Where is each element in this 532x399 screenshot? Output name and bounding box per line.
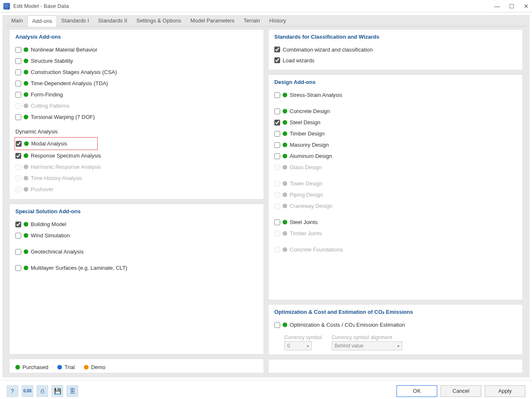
- checkbox-optimization[interactable]: [274, 322, 280, 328]
- select-value: 0: [287, 343, 290, 349]
- panel-design-addons: Design Add-ons Stress-Strain Analysis Co…: [268, 74, 523, 300]
- heading-standards: Standards for Classification and Wizards: [274, 34, 517, 40]
- addon-row: Construction Stages Analysis (CSA): [15, 66, 258, 78]
- footer: ? 0.00 ⎙ 💾 🗄 OK Cancel Apply: [0, 380, 532, 399]
- subheading-dynamic: Dynamic Analysis: [15, 128, 258, 135]
- help-button[interactable]: ?: [7, 385, 18, 397]
- dynamic-checkbox-4: [15, 187, 21, 192]
- addon-row: Masonry Design: [274, 139, 517, 150]
- status-dot: [283, 143, 287, 147]
- addon-label: Piping Design: [290, 192, 323, 198]
- status-dot: [283, 204, 287, 208]
- addon-row: Concrete Foundations: [274, 244, 517, 255]
- legend-label: Trial: [64, 364, 75, 370]
- addon-label: Steel Design: [290, 119, 320, 126]
- status-dot: [283, 93, 287, 97]
- addon-row: Torsional Warping (7 DOF): [15, 111, 258, 123]
- legend-label: Purchased: [22, 364, 48, 370]
- app-icon: [3, 3, 10, 10]
- analysis-checkbox-6[interactable]: [15, 114, 21, 120]
- dynamic-checkbox-0[interactable]: [16, 141, 22, 147]
- status-dot: [283, 120, 287, 125]
- tab-standards-ii[interactable]: Standards II: [94, 15, 132, 26]
- tab-model-parameters[interactable]: Model Parameters: [186, 15, 239, 26]
- apply-button[interactable]: Apply: [485, 385, 525, 397]
- addon-row: Cutting Patterns: [15, 100, 258, 111]
- addon-label: Time-Dependent Analysis (TDA): [31, 80, 108, 86]
- status-dot: [24, 103, 28, 108]
- status-dot: [283, 154, 287, 158]
- addon-row: Modal Analysis: [16, 138, 96, 149]
- ok-button[interactable]: OK: [397, 385, 437, 397]
- addon-label: Nonlinear Material Behavior: [31, 47, 97, 53]
- addon-label: Tower Design: [290, 180, 323, 187]
- standards-checkbox-1[interactable]: [274, 57, 280, 63]
- standards-row: Combination wizard and classification: [274, 44, 517, 55]
- addon-label: Multilayer Surfaces (e.g. Laminate, CLT): [31, 265, 127, 271]
- checkbox-stress-strain[interactable]: [274, 92, 280, 98]
- addon-label: Harmonic Response Analysis: [31, 164, 101, 170]
- design-tower-checkbox-2: [274, 203, 280, 209]
- tab-main[interactable]: Main: [7, 15, 27, 26]
- special-checkbox-0[interactable]: [15, 222, 21, 227]
- design-mat-checkbox-2[interactable]: [274, 131, 280, 137]
- panel-optimization: Optimization & Cost and Estimation of CO…: [268, 304, 523, 355]
- close-button[interactable]: ✕: [524, 3, 529, 10]
- checkbox-multilayer[interactable]: [15, 265, 21, 271]
- cancel-button[interactable]: Cancel: [441, 385, 481, 397]
- analysis-checkbox-2[interactable]: [15, 69, 21, 75]
- status-dot: [24, 222, 28, 227]
- units-button[interactable]: 0.00: [22, 385, 33, 397]
- design-mat-checkbox-4[interactable]: [274, 153, 280, 159]
- design-mat-checkbox-1[interactable]: [274, 120, 280, 126]
- status-dot: [283, 323, 287, 327]
- standards-checkbox-0[interactable]: [274, 47, 280, 52]
- save-button[interactable]: 💾: [52, 385, 63, 397]
- status-dot: [283, 165, 287, 170]
- analysis-checkbox-3[interactable]: [15, 81, 21, 86]
- tab-history[interactable]: History: [265, 15, 291, 26]
- analysis-checkbox-4[interactable]: [15, 92, 21, 98]
- checkbox-geotechnical[interactable]: [15, 249, 21, 255]
- design-mat-checkbox-0[interactable]: [274, 108, 280, 114]
- addon-label: Cutting Patterns: [31, 103, 69, 109]
- database-button[interactable]: 🗄: [66, 385, 78, 397]
- design-mat-checkbox-5: [274, 165, 280, 170]
- legend-dot-demo: [84, 365, 89, 369]
- analysis-checkbox-1[interactable]: [15, 58, 21, 64]
- addon-label: Stress-Strain Analysis: [290, 92, 342, 98]
- addon-label: Form-Finding: [31, 91, 63, 98]
- addon-label: Steel Joints: [290, 219, 318, 225]
- addon-row: Glass Design: [274, 162, 517, 173]
- tab-terrain[interactable]: Terrain: [239, 15, 265, 26]
- design-joint-checkbox-0[interactable]: [274, 219, 280, 225]
- special-checkbox-1[interactable]: [15, 233, 21, 239]
- addon-label: Structure Stability: [31, 58, 73, 64]
- tab-add-ons[interactable]: Add-ons: [27, 15, 57, 27]
- maximize-button[interactable]: ☐: [509, 3, 515, 10]
- design-mat-checkbox-3[interactable]: [274, 142, 280, 148]
- analysis-checkbox-0[interactable]: [15, 47, 21, 53]
- dynamic-checkbox-1[interactable]: [15, 153, 21, 159]
- status-dot: [283, 231, 287, 236]
- addon-label: Glass Design: [290, 164, 322, 170]
- addon-row: Aluminum Design: [274, 150, 517, 162]
- export-button[interactable]: ⎙: [37, 385, 48, 397]
- tab-standards-i[interactable]: Standards I: [57, 15, 94, 26]
- status-dot: [283, 192, 287, 197]
- minimize-button[interactable]: —: [494, 3, 500, 10]
- addon-row: Time History Analysis: [15, 172, 258, 184]
- addon-label: Concrete Foundations: [290, 246, 343, 253]
- addon-row: Concrete Design: [274, 106, 517, 117]
- checkbox-foundations: [274, 247, 280, 253]
- status-dot: [24, 176, 28, 180]
- standards-row: Load wizards: [274, 55, 517, 66]
- status-dot: [283, 247, 287, 252]
- panel-analysis-addons: Analysis Add-ons Nonlinear Material Beha…: [9, 29, 264, 200]
- status-dot: [24, 249, 28, 254]
- status-dot: [24, 165, 28, 169]
- addon-label: Construction Stages Analysis (CSA): [31, 69, 117, 75]
- heading-design: Design Add-ons: [274, 79, 517, 85]
- tab-settings-options[interactable]: Settings & Options: [132, 15, 186, 26]
- addon-row: Wind Simulation: [15, 230, 258, 241]
